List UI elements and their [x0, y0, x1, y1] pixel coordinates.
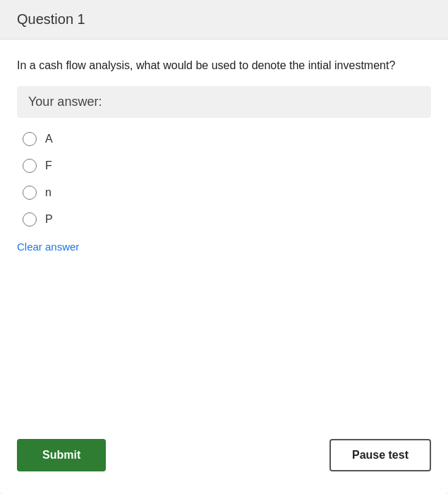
question-header: Question 1: [0, 0, 448, 40]
quiz-card: Question 1 In a cash flow analysis, what…: [0, 0, 448, 494]
radio-option-n[interactable]: [23, 186, 37, 200]
clear-answer-link[interactable]: Clear answer: [17, 241, 79, 253]
footer-buttons: Submit Pause test: [0, 428, 448, 494]
list-item[interactable]: n: [23, 186, 425, 200]
options-list: A F n P: [17, 132, 431, 227]
your-answer-label: Your answer:: [17, 86, 431, 118]
radio-option-p[interactable]: [23, 212, 37, 227]
list-item[interactable]: F: [23, 159, 425, 173]
list-item[interactable]: P: [23, 212, 425, 227]
question-title: Question 1: [17, 11, 85, 27]
list-item[interactable]: A: [23, 132, 425, 146]
option-label-p: P: [45, 213, 53, 226]
pause-button[interactable]: Pause test: [329, 439, 431, 471]
answer-section: Your answer: A F n P Clear answer: [17, 86, 431, 275]
question-text: In a cash flow analysis, what would be u…: [17, 56, 431, 75]
option-label-n: n: [45, 186, 52, 199]
question-body: In a cash flow analysis, what would be u…: [0, 40, 448, 86]
submit-button[interactable]: Submit: [17, 439, 106, 471]
option-label-a: A: [45, 133, 53, 145]
option-label-f: F: [45, 159, 52, 172]
radio-option-a[interactable]: [23, 132, 37, 146]
radio-option-f[interactable]: [23, 159, 37, 173]
